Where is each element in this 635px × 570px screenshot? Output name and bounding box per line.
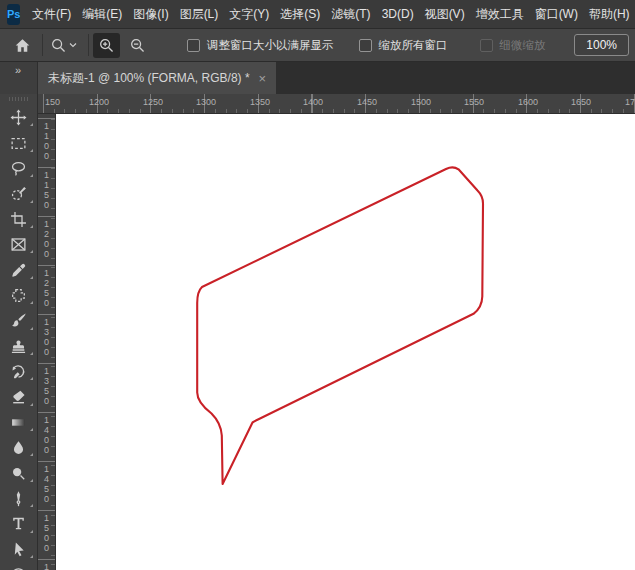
object-selection-tool[interactable] — [0, 181, 37, 206]
menu-item-3[interactable]: 图层(L) — [174, 0, 224, 28]
zoom-level-box[interactable]: 100% — [574, 34, 629, 56]
tab-bar: » 未标题-1 @ 100% (FORMA, RGB/8) * × — [0, 62, 635, 94]
hruler-label-5: 1400 — [303, 97, 323, 107]
scrubby-zoom-label: 细微缩放 — [500, 38, 546, 53]
vruler-label-9: 1 5 5 0 — [38, 562, 55, 570]
menu-item-4[interactable]: 文字(Y) — [224, 0, 275, 28]
zoom-all-windows-checkbox[interactable] — [359, 39, 372, 52]
clone-stamp-tool[interactable] — [0, 334, 37, 359]
menu-item-9[interactable]: 增效工具 — [470, 0, 529, 28]
hruler-label-8: 1550 — [464, 97, 484, 107]
zoom-tool-preset[interactable] — [50, 37, 77, 54]
document-tab[interactable]: 未标题-1 @ 100% (FORMA, RGB/8) * × — [38, 62, 276, 94]
photoshop-window: Ps 文件(F)编辑(E)图像(I)图层(L)文字(Y)选择(S)滤镜(T)3D… — [0, 0, 635, 570]
hruler-label-4: 1350 — [250, 97, 270, 107]
pen-tool[interactable] — [0, 486, 37, 511]
menu-item-5[interactable]: 选择(S) — [275, 0, 326, 28]
move-tool[interactable] — [0, 105, 37, 130]
hruler-label-11: 1700 — [625, 97, 635, 107]
hruler-label-1: 1200 — [89, 97, 109, 107]
home-icon[interactable] — [14, 37, 31, 54]
horizontal-ruler[interactable]: 1501200125013001350140014501500155016001… — [38, 94, 635, 114]
vruler-label-4: 1 3 0 0 — [38, 317, 55, 357]
menu-item-7[interactable]: 3D(D) — [376, 0, 419, 28]
workspace: 1501200125013001350140014501500155016001… — [0, 94, 635, 570]
tab-bar-filler — [276, 62, 635, 94]
shape-tool[interactable] — [0, 562, 37, 570]
menu-item-0[interactable]: 文件(F) — [26, 0, 76, 28]
options-bar: 调整窗口大小以满屏显示 缩放所有窗口 细微缩放 100% — [0, 28, 635, 62]
eyedropper-tool[interactable] — [0, 257, 37, 282]
chevron-down-icon[interactable] — [69, 42, 77, 48]
separator — [42, 34, 43, 56]
menu-item-1[interactable]: 编辑(E) — [77, 0, 128, 28]
panel-grip[interactable] — [9, 97, 28, 101]
gradient-tool[interactable] — [0, 410, 37, 435]
vruler-label-7: 1 4 5 0 — [38, 464, 55, 504]
crop-tool[interactable] — [0, 207, 37, 232]
separator — [88, 34, 89, 56]
history-brush-tool[interactable] — [0, 359, 37, 384]
fit-window-checkbox[interactable] — [187, 39, 200, 52]
hruler-label-0: 150 — [45, 97, 60, 107]
menu-items: 文件(F)编辑(E)图像(I)图层(L)文字(Y)选择(S)滤镜(T)3D(D)… — [26, 0, 635, 28]
hruler-label-9: 1600 — [518, 97, 538, 107]
path-selection-tool[interactable] — [0, 537, 37, 562]
menu-item-8[interactable]: 视图(V) — [419, 0, 470, 28]
menu-bar: Ps 文件(F)编辑(E)图像(I)图层(L)文字(Y)选择(S)滤镜(T)3D… — [0, 0, 635, 28]
tab-title: 未标题-1 @ 100% (FORMA, RGB/8) * — [48, 70, 250, 87]
zoom-all-windows-option: 缩放所有窗口 — [359, 38, 448, 53]
zoom-out-button[interactable] — [124, 33, 151, 58]
speech-bubble-shape — [197, 167, 483, 484]
hruler-label-6: 1450 — [357, 97, 377, 107]
healing-brush-tool[interactable] — [0, 283, 37, 308]
scrubby-zoom-option: 细微缩放 — [480, 38, 546, 53]
blur-tool[interactable] — [0, 435, 37, 460]
panel-collapse-button[interactable]: » — [0, 62, 37, 94]
menu-item-6[interactable]: 滤镜(T) — [326, 0, 376, 28]
zoom-all-windows-label[interactable]: 缩放所有窗口 — [379, 38, 448, 53]
scrubby-zoom-checkbox — [480, 39, 493, 52]
photoshop-logo-icon[interactable]: Ps — [7, 4, 20, 25]
zoom-in-icon — [98, 37, 115, 54]
hruler-label-2: 1250 — [143, 97, 163, 107]
vruler-label-0: 1 1 0 0 — [38, 121, 55, 161]
hruler-label-7: 1500 — [411, 97, 431, 107]
fit-window-label[interactable]: 调整窗口大小以满屏显示 — [207, 38, 334, 53]
menu-item-2[interactable]: 图像(I) — [128, 0, 174, 28]
vruler-label-6: 1 4 0 0 — [38, 415, 55, 455]
vruler-label-8: 1 5 0 0 — [38, 513, 55, 553]
fit-window-option: 调整窗口大小以满屏显示 — [187, 38, 334, 53]
vruler-label-5: 1 3 5 0 — [38, 366, 55, 406]
hruler-label-10: 1650 — [571, 97, 591, 107]
hruler-label-3: 1300 — [196, 97, 216, 107]
brush-tool[interactable] — [0, 308, 37, 333]
document-artboard — [56, 114, 635, 569]
close-icon[interactable]: × — [259, 71, 267, 86]
dodge-tool[interactable] — [0, 460, 37, 485]
eraser-tool[interactable] — [0, 384, 37, 409]
type-tool[interactable] — [0, 511, 37, 536]
canvas[interactable] — [56, 114, 635, 570]
vruler-label-3: 1 2 5 0 — [38, 268, 55, 308]
frame-tool[interactable] — [0, 232, 37, 257]
menu-item-10[interactable]: 窗口(W) — [529, 0, 583, 28]
zoom-tool-icon — [50, 37, 67, 54]
zoom-in-button[interactable] — [93, 33, 120, 58]
menu-item-11[interactable]: 帮助(H) — [583, 0, 635, 28]
lasso-tool[interactable] — [0, 156, 37, 181]
tool-list — [0, 105, 37, 570]
vruler-label-2: 1 2 0 0 — [38, 219, 55, 259]
vruler-label-1: 1 1 5 0 — [38, 170, 55, 210]
zoom-out-icon — [129, 37, 146, 54]
tools-panel — [0, 94, 38, 570]
rectangular-marquee-tool[interactable] — [0, 130, 37, 155]
vertical-ruler[interactable]: 1 1 0 01 1 5 01 2 0 01 2 5 01 3 0 01 3 5… — [38, 114, 56, 570]
